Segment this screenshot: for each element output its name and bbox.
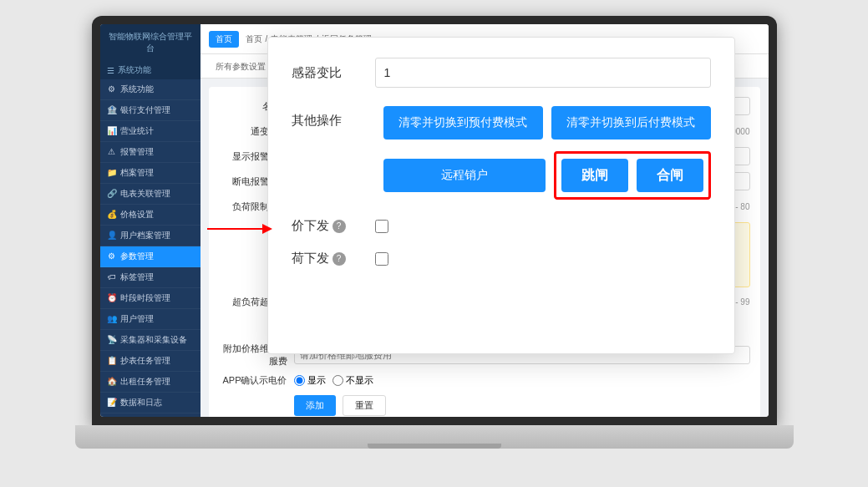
modal-btn-group-top: 清零并切换到预付费模式 清零并切换到后付费模式 [383,106,711,140]
nav-header[interactable]: ☰ 系统功能 [100,61,201,79]
tag-icon: 🏷 [107,272,117,282]
bank-icon: 🏦 [107,105,117,115]
sidebar-label: 用户管理 [120,313,154,325]
screen-bezel: 智能物联网综合管理平台 ☰ 系统功能 ⚙ 系统功能 🏦 银行支付管理 📊 [92,16,777,425]
home-icon: 🏠 [107,377,117,387]
clock-icon: ⏰ [107,293,117,303]
modal-label-load-issue: 荷下发 ? [292,251,375,266]
sidebar-item-params[interactable]: ⚙ 参数管理 [100,246,201,267]
sidebar-item-tags[interactable]: 🏷 标签管理 [100,267,201,288]
radio-display[interactable]: 显示 [294,374,326,387]
sidebar-label: 数据和日志 [120,397,162,408]
chart-icon: 📊 [107,126,117,136]
jump-buttons-group: 跳闸 合闸 [554,151,711,200]
users-icon: 👥 [107,314,117,324]
screen: 智能物联网综合管理平台 ☰ 系统功能 ⚙ 系统功能 🏦 银行支付管理 📊 [100,24,769,417]
modal-row-price-issue: 价下发 ? [292,218,711,234]
sidebar-label: 用户档案管理 [120,230,170,241]
sidebar-label: 档案管理 [120,167,154,179]
modal-row-load-issue: 荷下发 ? [292,251,711,266]
sidebar-label: 参数管理 [120,251,154,262]
btn-clear-prepaid[interactable]: 清零并切换到预付费模式 [383,106,543,140]
sidebar-item-report[interactable]: 📄 报表查询 [100,413,201,417]
sidebar-item-alarm[interactable]: ⚠ 报警管理 [100,142,201,163]
sidebar: 智能物联网综合管理平台 ☰ 系统功能 ⚙ 系统功能 🏦 银行支付管理 📊 [100,24,201,417]
btn-remote-sales[interactable]: 远程销户 [383,159,546,192]
modal-checkbox-load-issue[interactable] [375,252,388,266]
modal-input-sensor[interactable] [375,58,711,88]
breadcrumb-item-1: 首页 [246,33,262,45]
params-icon: ⚙ [107,251,117,261]
reset-button[interactable]: 重置 [343,395,386,416]
btn-jump-close[interactable]: 合闸 [637,159,703,192]
sidebar-label: 系统功能 [120,84,154,95]
modal-row-sensor: 感器变比 [292,58,711,88]
radio-nodisplay-input[interactable] [332,375,343,386]
tab-all-params[interactable]: 所有参数设置 [207,58,274,78]
sidebar-item-stats[interactable]: 📊 营业统计 [100,121,201,142]
laptop-base [75,425,794,449]
btn-jump-open[interactable]: 跳闸 [561,159,628,192]
sidebar-label: 价格设置 [120,209,154,221]
signal-icon: 📡 [107,335,117,345]
sidebar-label: 报警管理 [120,146,154,158]
label-app-price: APP确认示电价 [219,374,294,387]
user-icon: 👤 [107,231,117,241]
nav-label: 系统功能 [118,64,151,76]
btn-clear-postpaid[interactable]: 清零并切换到后付费模式 [551,106,711,140]
laptop-container: 智能物联网综合管理平台 ☰ 系统功能 ⚙ 系统功能 🏦 银行支付管理 📊 [75,16,794,471]
sidebar-item-collector[interactable]: 📡 采集器和采集设备 [100,330,201,351]
add-button[interactable]: 添加 [294,395,336,416]
form-row-app-price: APP确认示电价 显示 不显示 [219,374,750,387]
load-issue-help-icon[interactable]: ? [332,252,346,266]
modal-checkbox-price-issue[interactable] [375,220,388,233]
sidebar-item-system[interactable]: ⚙ 系统功能 [100,79,201,100]
modal-row-ops: 其他操作 清零并切换到预付费模式 清零并切换到后付费模式 远程销户 跳闸 合闸 [292,106,711,200]
folder-icon: 📁 [107,168,117,178]
form-actions: 添加 重置 [219,395,750,416]
link-icon: 🔗 [107,189,117,199]
sidebar-label: 银行支付管理 [120,104,170,116]
sidebar-label: 时段时段管理 [120,292,170,304]
sidebar-item-meter-task[interactable]: 📋 抄表任务管理 [100,351,201,372]
sidebar-item-data[interactable]: 📝 数据和日志 [100,393,201,413]
sidebar-label: 电表关联管理 [120,188,170,200]
sidebar-item-meter-rel[interactable]: 🔗 电表关联管理 [100,184,201,205]
modal-label-sensor: 感器变比 [292,65,375,81]
sidebar-label: 标签管理 [120,271,154,283]
price-icon: 💰 [107,210,117,220]
sidebar-item-price[interactable]: 💰 价格设置 [100,205,201,226]
sidebar-label: 出租任务管理 [120,376,170,388]
sidebar-label: 抄表任务管理 [120,355,170,367]
sidebar-label: 采集器和采集设备 [120,334,187,346]
doc-icon: 📝 [107,398,117,408]
sidebar-label: 营业统计 [120,125,154,137]
radio-group-app-price: 显示 不显示 [294,374,373,387]
clipboard-icon: 📋 [107,356,117,366]
nav-icon: ☰ [107,66,114,75]
radio-display-input[interactable] [294,375,305,386]
warning-icon: ⚠ [107,147,117,157]
app-title: 智能物联网综合管理平台 [100,24,201,61]
sidebar-item-bank[interactable]: 🏦 银行支付管理 [100,100,201,121]
modal-overlay: 感器变比 其他操作 清零并切换到预付费模式 清零并切换到后付费模式 远程销户 [267,37,735,354]
modal-label-ops: 其他操作 [292,106,375,129]
home-button[interactable]: 首页 [209,31,239,48]
gear-icon: ⚙ [107,84,117,94]
sidebar-item-archive[interactable]: 📁 档案管理 [100,163,201,184]
sidebar-item-user-archive[interactable]: 👤 用户档案管理 [100,226,201,246]
sidebar-item-users[interactable]: 👥 用户管理 [100,309,201,330]
modal-label-price-issue: 价下发 ? [292,218,375,234]
sidebar-item-rent-task[interactable]: 🏠 出租任务管理 [100,372,201,393]
price-issue-help-icon[interactable]: ? [332,220,346,233]
radio-nodisplay[interactable]: 不显示 [332,374,373,387]
sidebar-item-time[interactable]: ⏰ 时段时段管理 [100,288,201,309]
